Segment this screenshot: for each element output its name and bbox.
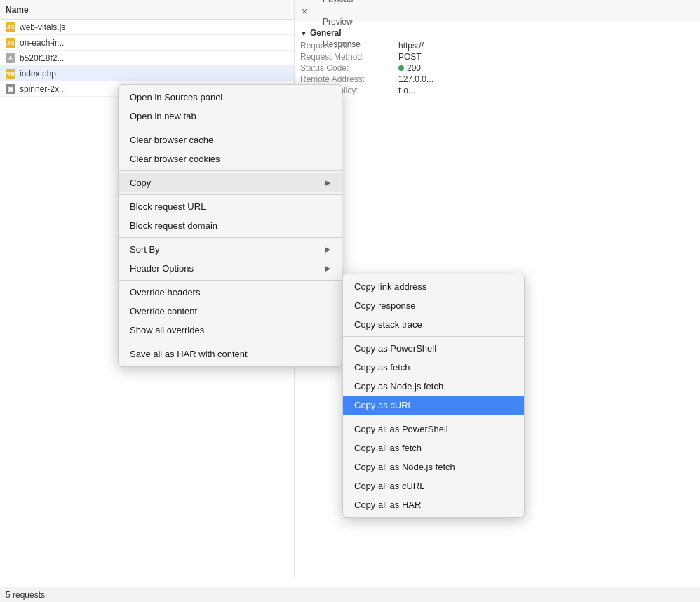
- submenu-item-label: Copy all as cURL: [354, 481, 424, 491]
- menu-item-label: Block request domain: [130, 220, 217, 231]
- context-menu-item[interactable]: Save all as HAR with content: [119, 345, 342, 363]
- menu-separator: [119, 342, 342, 342]
- menu-separator: [119, 170, 342, 171]
- context-menu-item[interactable]: Copy ▶: [119, 173, 342, 192]
- menu-separator: [119, 237, 342, 238]
- submenu-item-label: Copy stack trace: [354, 319, 422, 330]
- submenu-item-label: Copy as Node.js fetch: [354, 381, 443, 392]
- devtools-panel: Name JS web-vitals.js JS on-each-ir... A…: [0, 0, 700, 602]
- context-menu-item[interactable]: Override content: [119, 302, 342, 321]
- submenu-item-label: Copy as PowerShell: [354, 343, 436, 354]
- submenu-arrow-icon: ▶: [325, 245, 330, 254]
- submenu-item[interactable]: Copy as fetch: [343, 358, 524, 377]
- context-menu-item[interactable]: Sort By ▶: [119, 240, 342, 259]
- submenu-item[interactable]: Copy response: [343, 296, 524, 315]
- menu-item-label: Sort By: [130, 244, 160, 255]
- context-menu-item[interactable]: Open in new tab: [119, 107, 342, 126]
- submenu-item-label: Copy all as HAR: [354, 500, 421, 510]
- context-menu-items: Open in Sources panel Open in new tab Cl…: [119, 88, 342, 363]
- submenu-item-label: Copy as fetch: [354, 362, 410, 373]
- menu-item-label: Open in Sources panel: [130, 92, 222, 102]
- submenu-item[interactable]: Copy link address: [343, 277, 524, 296]
- submenu-item[interactable]: Copy all as HAR: [343, 495, 524, 514]
- submenu-separator: [343, 336, 524, 337]
- submenu-item[interactable]: Copy as PowerShell: [343, 339, 524, 358]
- copy-submenu: Copy link addressCopy responseCopy stack…: [342, 274, 525, 518]
- context-menu-item[interactable]: Block request domain: [119, 216, 342, 235]
- submenu-item[interactable]: Copy all as PowerShell: [343, 420, 524, 439]
- context-menu-item[interactable]: Open in Sources panel: [119, 88, 342, 107]
- menu-item-label: Block request URL: [130, 201, 206, 212]
- submenu-item[interactable]: Copy as cURL: [343, 396, 524, 415]
- submenu-arrow-icon: ▶: [325, 264, 330, 273]
- context-menu-item[interactable]: Clear browser cache: [119, 131, 342, 149]
- menu-separator: [119, 280, 342, 281]
- submenu-item-label: Copy response: [354, 300, 415, 311]
- submenu-item[interactable]: Copy stack trace: [343, 315, 524, 334]
- context-menu-item[interactable]: Header Options ▶: [119, 259, 342, 278]
- menu-separator: [119, 128, 342, 128]
- submenu-item[interactable]: Copy all as Node.js fetch: [343, 457, 524, 476]
- context-menu-item[interactable]: Clear browser cookies: [119, 149, 342, 168]
- menu-item-label: Header Options: [130, 263, 194, 274]
- submenu-items: Copy link addressCopy responseCopy stack…: [343, 277, 524, 514]
- context-menu-item[interactable]: Block request URL: [119, 197, 342, 216]
- submenu-item-label: Copy all as Node.js fetch: [354, 462, 455, 472]
- submenu-separator: [343, 417, 524, 417]
- submenu-arrow-icon: ▶: [325, 178, 330, 187]
- menu-item-label: Save all as HAR with content: [130, 349, 248, 359]
- context-menu-item[interactable]: Show all overrides: [119, 321, 342, 340]
- submenu-item[interactable]: Copy all as fetch: [343, 439, 524, 457]
- submenu-item[interactable]: Copy as Node.js fetch: [343, 377, 524, 396]
- menu-item-label: Clear browser cookies: [130, 154, 220, 164]
- menu-separator: [119, 194, 342, 195]
- menu-item-label: Clear browser cache: [130, 135, 213, 145]
- submenu-item-label: Copy link address: [354, 281, 426, 292]
- submenu-item-label: Copy as cURL: [354, 400, 413, 410]
- context-menu-item[interactable]: Override headers: [119, 283, 342, 302]
- submenu-item-label: Copy all as PowerShell: [354, 424, 448, 434]
- context-menu: Open in Sources panel Open in new tab Cl…: [118, 84, 342, 367]
- submenu-item[interactable]: Copy all as cURL: [343, 476, 524, 495]
- menu-item-label: Open in new tab: [130, 111, 196, 121]
- submenu-item-label: Copy all as fetch: [354, 443, 422, 453]
- menu-item-label: Copy: [130, 178, 151, 188]
- menu-item-label: Show all overrides: [130, 325, 204, 335]
- menu-item-label: Override content: [130, 306, 197, 316]
- menu-item-label: Override headers: [130, 287, 200, 297]
